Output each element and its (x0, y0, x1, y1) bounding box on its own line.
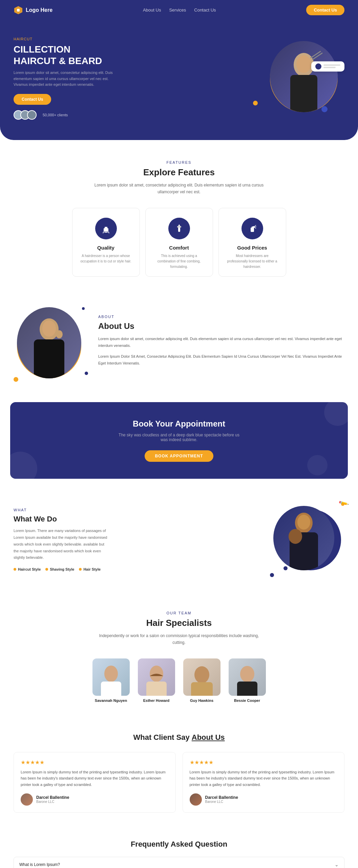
hero-tag: HAIRCUT (14, 37, 115, 41)
svg-point-23 (42, 320, 56, 337)
svg-rect-8 (105, 227, 107, 229)
faq-chevron-0: ⌄ (335, 862, 339, 867)
nav-cta-button[interactable]: Contact Us (306, 5, 344, 15)
what-tag: WHAT (14, 508, 260, 512)
about-dot-blue2 (82, 307, 85, 310)
what-image-wrapper: ✏️ (270, 502, 344, 577)
testi-avatar-1 (21, 793, 33, 806)
hero-card-dot (315, 63, 321, 70)
quality-desc: A hairdresser is a person whose occupati… (79, 253, 133, 264)
svg-rect-7 (104, 228, 108, 232)
about-dot-orange (14, 377, 18, 382)
svg-rect-34 (191, 682, 213, 696)
esther-photo (138, 658, 175, 696)
quality-title: Quality (79, 245, 133, 251)
team-member-bessie: Bessie Cooper (227, 658, 268, 703)
bessie-name: Bessie Cooper (227, 698, 268, 703)
features-section: FEATURES Explore Features Lorem ipsum do… (0, 140, 358, 290)
about-tag: ABOUT (98, 315, 344, 319)
razor-icon (174, 223, 184, 234)
comfort-title: Comfort (152, 245, 206, 251)
faq-question-0: What is Lorem Ipsum? (19, 862, 60, 867)
hero-desc: Lorem ipsum dolor sit amet, consectetur … (14, 70, 115, 88)
what-content: WHAT What We Do Lorem Ipsum. There are m… (14, 508, 260, 571)
svg-rect-3 (290, 75, 317, 112)
shaving-dot (45, 568, 48, 571)
team-member-guy: Guy Hawkins (182, 658, 222, 703)
guy-photo (183, 658, 220, 696)
logo-text: Logo Here (26, 7, 52, 13)
avatar-3 (27, 110, 37, 120)
team-member-esther: Esther Howard (136, 658, 177, 703)
stars-2: ★★★★★ (190, 759, 338, 766)
hero-avatars (14, 110, 34, 120)
guy-name: Guy Hawkins (182, 698, 222, 703)
prices-title: Good Prices (226, 245, 279, 251)
team-cards-container: Savannah Nguyen Esther Howard Guy Hawkin… (14, 658, 344, 703)
svg-point-29 (104, 666, 118, 682)
book-appointment-button[interactable]: BOOK APPOINTMENT (145, 450, 213, 462)
testi-company-2: Barone LLC (205, 800, 238, 804)
nav-contact[interactable]: Contact Us (194, 7, 216, 13)
testimonials-section: What Client Say About Us ★★★★★ Lorem Ips… (0, 719, 358, 826)
svg-rect-13 (177, 226, 181, 228)
svg-point-4 (296, 55, 311, 73)
testimonials-grid: ★★★★★ Lorem Ipsum is simply dummy text o… (14, 752, 344, 813)
logo-icon (14, 5, 23, 15)
nav-services[interactable]: Services (169, 7, 186, 13)
svg-rect-22 (34, 339, 64, 378)
nav-about[interactable]: About Us (143, 7, 161, 13)
appt-circle-3 (307, 455, 328, 475)
appointment-section: Book Your Appointment The sky was cloudl… (10, 402, 348, 479)
testimonials-title: What Client Say About Us (14, 733, 344, 742)
logo: Logo Here (14, 5, 52, 15)
hero-section: HAIRCUT CILLECTIONHAIRCUT & BEARD Lorem … (0, 20, 358, 140)
testi-author-info-2: Darcel Ballentine Barone LLC (205, 795, 238, 804)
what-tag-shaving: Shaving Style (45, 567, 74, 571)
about-image-area (14, 307, 88, 378)
guy-silhouette (185, 662, 219, 696)
hero-title: CILLECTIONHAIRCUT & BEARD (14, 44, 115, 66)
hero-clients: 50,000+ clients (14, 110, 115, 120)
testi-author-info-1: Darcel Ballentine Barone LLC (36, 795, 69, 804)
testimonial-1: ★★★★★ Lorem Ipsum is simply dummy text o… (14, 752, 176, 813)
faq-section: Frequently Asked Question What is Lorem … (0, 826, 358, 868)
faq-items-container: What is Lorem Ipsum?⌄What is Lorem Ipsum… (14, 857, 344, 868)
testi-company-1: Barone LLC (36, 800, 69, 804)
quality-icon-wrap (95, 218, 117, 239)
svg-rect-15 (251, 228, 254, 232)
team-section: OUR TEAM Hair Specialists Independently … (0, 594, 358, 719)
svg-line-9 (103, 232, 104, 233)
what-dot-blue (270, 573, 274, 577)
hair-label: Hair Style (83, 567, 101, 571)
about-dot-blue (85, 372, 88, 375)
esther-name: Esther Howard (136, 698, 177, 703)
hero-content: HAIRCUT CILLECTIONHAIRCUT & BEARD Lorem … (14, 37, 115, 120)
svg-rect-16 (253, 226, 255, 228)
comfort-desc: This is achieved using a combination of … (152, 253, 206, 270)
feature-card-comfort: Comfort This is achieved using a combina… (145, 208, 213, 277)
hero-clients-count: 50,000+ clients (43, 113, 68, 117)
esther-silhouette (140, 662, 173, 696)
hero-card-stars (323, 64, 340, 68)
testi-author-1: Darcel Ballentine Barone LLC (21, 793, 169, 806)
svg-point-35 (240, 666, 254, 682)
testimonials-title-pre: What Client Say (133, 733, 191, 742)
what-barber-image (273, 506, 334, 570)
comfort-icon-wrap (168, 218, 190, 239)
faq-item-0[interactable]: What is Lorem Ipsum?⌄ (14, 857, 344, 868)
savannah-silhouette (94, 662, 128, 696)
faq-title: Frequently Asked Question (14, 840, 344, 849)
svg-rect-20 (252, 226, 253, 228)
features-title: Explore Features (14, 167, 344, 178)
hero-rating-card (311, 61, 344, 72)
pencil-icon: ✏️ (338, 497, 350, 509)
testi-name-2: Darcel Ballentine (205, 795, 238, 800)
haircut-label: Haircut Style (18, 567, 41, 571)
what-tag-haircut: Haircut Style (14, 567, 41, 571)
shaving-label: Shaving Style (50, 567, 74, 571)
team-desc: Independently or work for a salon on com… (94, 632, 264, 646)
prices-icon-wrap (241, 218, 263, 239)
hero-contact-button[interactable]: Contact Us (14, 94, 51, 105)
appointment-title: Book Your Appointment (24, 419, 334, 429)
